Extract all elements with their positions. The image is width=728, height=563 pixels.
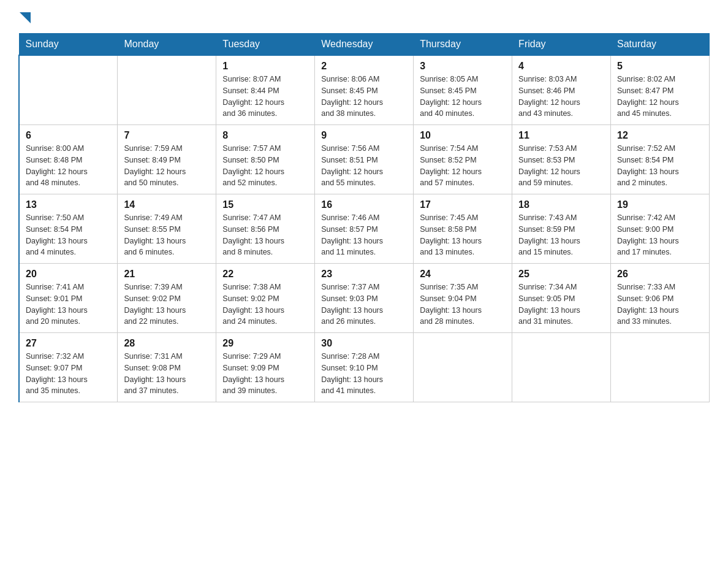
- cell-day-number: 1: [222, 61, 308, 72]
- cell-day-number: 14: [124, 199, 210, 210]
- calendar-cell: 20Sunrise: 7:41 AMSunset: 9:01 PMDayligh…: [19, 264, 118, 333]
- cell-daylight-info: Sunrise: 7:45 AMSunset: 8:58 PMDaylight:…: [420, 212, 506, 258]
- cell-day-number: 13: [26, 199, 111, 210]
- weekday-header-tuesday: Tuesday: [216, 34, 315, 56]
- weekday-header-row: SundayMondayTuesdayWednesdayThursdayFrid…: [19, 34, 710, 56]
- cell-daylight-info: Sunrise: 7:31 AMSunset: 9:08 PMDaylight:…: [124, 351, 210, 397]
- cell-day-number: 17: [420, 199, 506, 210]
- cell-day-number: 24: [420, 269, 506, 280]
- cell-daylight-info: Sunrise: 7:37 AMSunset: 9:03 PMDaylight:…: [321, 282, 407, 327]
- cell-daylight-info: Sunrise: 7:56 AMSunset: 8:51 PMDaylight:…: [321, 143, 407, 189]
- calendar-cell: 16Sunrise: 7:46 AMSunset: 8:57 PMDayligh…: [315, 194, 414, 264]
- calendar-cell: 29Sunrise: 7:29 AMSunset: 9:09 PMDayligh…: [216, 333, 315, 402]
- cell-day-number: 12: [617, 130, 703, 141]
- cell-daylight-info: Sunrise: 7:43 AMSunset: 8:59 PMDaylight:…: [518, 212, 604, 258]
- cell-daylight-info: Sunrise: 7:39 AMSunset: 9:02 PMDaylight:…: [124, 282, 210, 327]
- calendar-cell: 24Sunrise: 7:35 AMSunset: 9:04 PMDayligh…: [414, 264, 512, 333]
- svg-marker-0: [20, 12, 31, 23]
- calendar-cell: 23Sunrise: 7:37 AMSunset: 9:03 PMDayligh…: [315, 264, 414, 333]
- cell-day-number: 10: [420, 130, 506, 141]
- weekday-header-saturday: Saturday: [611, 34, 710, 56]
- weekday-header-wednesday: Wednesday: [315, 34, 414, 56]
- cell-daylight-info: Sunrise: 7:57 AMSunset: 8:50 PMDaylight:…: [222, 143, 308, 189]
- cell-day-number: 18: [518, 199, 604, 210]
- cell-day-number: 2: [321, 61, 407, 72]
- calendar-cell: 8Sunrise: 7:57 AMSunset: 8:50 PMDaylight…: [216, 125, 315, 194]
- calendar-cell: 18Sunrise: 7:43 AMSunset: 8:59 PMDayligh…: [512, 194, 611, 264]
- cell-day-number: 8: [222, 130, 308, 141]
- cell-day-number: 28: [124, 338, 210, 349]
- calendar-cell: [118, 55, 216, 125]
- calendar-table: SundayMondayTuesdayWednesdayThursdayFrid…: [18, 33, 710, 402]
- cell-daylight-info: Sunrise: 8:05 AMSunset: 8:45 PMDaylight:…: [420, 74, 506, 120]
- page-header: [18, 12, 710, 21]
- calendar-cell: [512, 333, 611, 402]
- calendar-cell: 25Sunrise: 7:34 AMSunset: 9:05 PMDayligh…: [512, 264, 611, 333]
- cell-day-number: 3: [420, 61, 506, 72]
- calendar-cell: 14Sunrise: 7:49 AMSunset: 8:55 PMDayligh…: [118, 194, 216, 264]
- cell-daylight-info: Sunrise: 7:34 AMSunset: 9:05 PMDaylight:…: [518, 282, 604, 327]
- cell-day-number: 11: [518, 130, 604, 141]
- weekday-header-friday: Friday: [512, 34, 611, 56]
- cell-day-number: 22: [222, 269, 308, 280]
- cell-day-number: 7: [124, 130, 210, 141]
- weekday-header-sunday: Sunday: [19, 34, 118, 56]
- calendar-week-row: 13Sunrise: 7:50 AMSunset: 8:54 PMDayligh…: [19, 194, 710, 264]
- cell-daylight-info: Sunrise: 7:28 AMSunset: 9:10 PMDaylight:…: [321, 351, 407, 397]
- cell-daylight-info: Sunrise: 7:53 AMSunset: 8:53 PMDaylight:…: [518, 143, 604, 189]
- cell-day-number: 9: [321, 130, 407, 141]
- weekday-header-monday: Monday: [118, 34, 216, 56]
- cell-day-number: 19: [617, 199, 703, 210]
- calendar-cell: 9Sunrise: 7:56 AMSunset: 8:51 PMDaylight…: [315, 125, 414, 194]
- cell-daylight-info: Sunrise: 7:41 AMSunset: 9:01 PMDaylight:…: [26, 282, 111, 327]
- cell-day-number: 15: [222, 199, 308, 210]
- cell-daylight-info: Sunrise: 7:54 AMSunset: 8:52 PMDaylight:…: [420, 143, 506, 189]
- calendar-cell: 19Sunrise: 7:42 AMSunset: 9:00 PMDayligh…: [611, 194, 710, 264]
- cell-day-number: 20: [26, 269, 111, 280]
- calendar-week-row: 20Sunrise: 7:41 AMSunset: 9:01 PMDayligh…: [19, 264, 710, 333]
- calendar-cell: 30Sunrise: 7:28 AMSunset: 9:10 PMDayligh…: [315, 333, 414, 402]
- cell-daylight-info: Sunrise: 8:03 AMSunset: 8:46 PMDaylight:…: [518, 74, 604, 120]
- calendar-cell: [414, 333, 512, 402]
- calendar-cell: 22Sunrise: 7:38 AMSunset: 9:02 PMDayligh…: [216, 264, 315, 333]
- cell-daylight-info: Sunrise: 7:29 AMSunset: 9:09 PMDaylight:…: [222, 351, 308, 397]
- cell-day-number: 4: [518, 61, 604, 72]
- cell-daylight-info: Sunrise: 8:02 AMSunset: 8:47 PMDaylight:…: [617, 74, 703, 120]
- cell-daylight-info: Sunrise: 7:38 AMSunset: 9:02 PMDaylight:…: [222, 282, 308, 327]
- calendar-cell: 3Sunrise: 8:05 AMSunset: 8:45 PMDaylight…: [414, 55, 512, 125]
- logo: [18, 12, 31, 21]
- cell-day-number: 27: [26, 338, 111, 349]
- calendar-cell: 13Sunrise: 7:50 AMSunset: 8:54 PMDayligh…: [19, 194, 118, 264]
- cell-day-number: 6: [26, 130, 111, 141]
- cell-daylight-info: Sunrise: 7:47 AMSunset: 8:56 PMDaylight:…: [222, 212, 308, 258]
- calendar-cell: 15Sunrise: 7:47 AMSunset: 8:56 PMDayligh…: [216, 194, 315, 264]
- cell-daylight-info: Sunrise: 7:32 AMSunset: 9:07 PMDaylight:…: [26, 351, 111, 397]
- cell-daylight-info: Sunrise: 7:59 AMSunset: 8:49 PMDaylight:…: [124, 143, 210, 189]
- calendar-cell: 27Sunrise: 7:32 AMSunset: 9:07 PMDayligh…: [19, 333, 118, 402]
- calendar-cell: 5Sunrise: 8:02 AMSunset: 8:47 PMDaylight…: [611, 55, 710, 125]
- calendar-cell: 12Sunrise: 7:52 AMSunset: 8:54 PMDayligh…: [611, 125, 710, 194]
- cell-day-number: 16: [321, 199, 407, 210]
- calendar-cell: 4Sunrise: 8:03 AMSunset: 8:46 PMDaylight…: [512, 55, 611, 125]
- cell-daylight-info: Sunrise: 7:49 AMSunset: 8:55 PMDaylight:…: [124, 212, 210, 258]
- cell-daylight-info: Sunrise: 7:42 AMSunset: 9:00 PMDaylight:…: [617, 212, 703, 258]
- cell-day-number: 25: [518, 269, 604, 280]
- cell-day-number: 29: [222, 338, 308, 349]
- calendar-cell: 11Sunrise: 7:53 AMSunset: 8:53 PMDayligh…: [512, 125, 611, 194]
- calendar-cell: 7Sunrise: 7:59 AMSunset: 8:49 PMDaylight…: [118, 125, 216, 194]
- calendar-cell: 2Sunrise: 8:06 AMSunset: 8:45 PMDaylight…: [315, 55, 414, 125]
- cell-daylight-info: Sunrise: 7:33 AMSunset: 9:06 PMDaylight:…: [617, 282, 703, 327]
- cell-day-number: 5: [617, 61, 703, 72]
- cell-daylight-info: Sunrise: 8:06 AMSunset: 8:45 PMDaylight:…: [321, 74, 407, 120]
- cell-daylight-info: Sunrise: 7:52 AMSunset: 8:54 PMDaylight:…: [617, 143, 703, 189]
- weekday-header-thursday: Thursday: [414, 34, 512, 56]
- calendar-cell: 26Sunrise: 7:33 AMSunset: 9:06 PMDayligh…: [611, 264, 710, 333]
- logo-arrow-icon: [20, 12, 31, 23]
- calendar-cell: 10Sunrise: 7:54 AMSunset: 8:52 PMDayligh…: [414, 125, 512, 194]
- cell-day-number: 26: [617, 269, 703, 280]
- cell-daylight-info: Sunrise: 7:46 AMSunset: 8:57 PMDaylight:…: [321, 212, 407, 258]
- cell-day-number: 30: [321, 338, 407, 349]
- cell-daylight-info: Sunrise: 8:07 AMSunset: 8:44 PMDaylight:…: [222, 74, 308, 120]
- calendar-cell: 1Sunrise: 8:07 AMSunset: 8:44 PMDaylight…: [216, 55, 315, 125]
- calendar-cell: 21Sunrise: 7:39 AMSunset: 9:02 PMDayligh…: [118, 264, 216, 333]
